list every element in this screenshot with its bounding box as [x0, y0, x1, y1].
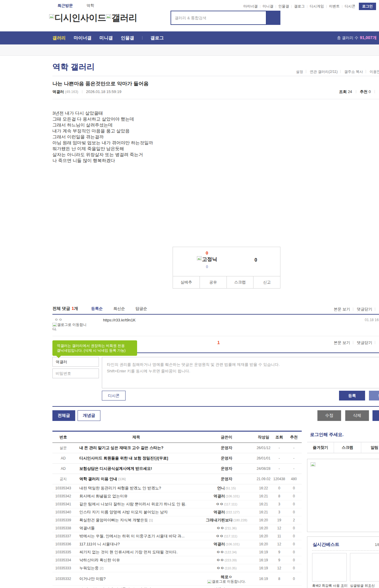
sort-reply[interactable]: 답글순	[136, 306, 147, 311]
comment-submit-button-secondary[interactable]: 등록	[369, 391, 379, 400]
nav-gallog[interactable]: 갤로그	[150, 35, 164, 41]
breadcrumb-current[interactable]: 역학	[86, 3, 94, 8]
copy-gallery-url-link[interactable]: 갤주소 복사	[344, 70, 363, 74]
tab-notifications[interactable]: 알림	[361, 442, 379, 453]
row-writer: 역갤러	[213, 494, 225, 498]
gallery-title[interactable]: 역학 갤러리	[52, 62, 95, 72]
topbar-link-minorgall[interactable]: 마이너갤	[243, 4, 258, 9]
row-comment-count: [136]	[118, 477, 126, 481]
row-title[interactable]: 누워있는중	[79, 566, 99, 570]
view-post-link[interactable]: 본문 보기	[334, 307, 350, 311]
broken-image-icon	[197, 256, 202, 260]
topbar-link-event[interactable]: 이벤트	[329, 4, 340, 9]
table-header-row: 번호 제목 글쓴이 작성일 조회 추천	[52, 432, 302, 443]
row-title[interactable]: 내 돈 관리 맡기고 싶은 재태크 고수 같은 스타는?	[79, 446, 163, 450]
topbar-link-minigall[interactable]: 미니갤	[263, 4, 273, 9]
comment-date: 01.18 16:21	[365, 318, 379, 322]
dccon-button[interactable]: 디시콘	[102, 391, 126, 400]
delete-button[interactable]: 삭제	[345, 410, 369, 421]
tab-favorites[interactable]: 즐겨찾기	[307, 442, 334, 453]
nav-persongall[interactable]: 인물갤	[121, 35, 134, 41]
best-item-title[interactable]: 싱글벙글 위조신	[350, 584, 379, 588]
row-title[interactable]: 보험상담은 디시공식설계사에게 받으세요!	[79, 466, 152, 471]
view-post-link[interactable]: 본문 보기	[334, 340, 350, 345]
comment-nickname-input[interactable]	[52, 357, 99, 367]
topbar-link-gallog[interactable]: 갤로그	[294, 4, 305, 9]
post-date: 2026.01.18 15:59:19	[86, 89, 121, 94]
share-button[interactable]: 공유	[200, 276, 227, 288]
concept-posts-button[interactable]: 개념글	[78, 410, 100, 421]
comment-submit-button[interactable]: 등록	[339, 391, 365, 400]
realtime-best-pager[interactable]: 1/8	[375, 543, 379, 547]
tab-scrap[interactable]: 스크랩	[334, 442, 361, 453]
row-writer[interactable]: 헤로ㅇ	[221, 575, 232, 579]
divider	[52, 99, 379, 99]
comment-notice-line: 타인의 권리를 침해하거나 명예를 훼손하는 댓글은 운영원칙 및 관련 법률에…	[107, 361, 379, 368]
close-comments-link[interactable]: 댓글닫기	[357, 307, 372, 311]
nav-gallery[interactable]: 갤러리	[52, 35, 66, 41]
related-gallery-link[interactable]: 연관 갤러리(2/11)	[310, 70, 338, 74]
write-button[interactable]: 글쓰기	[372, 410, 379, 421]
row-title[interactable]: 같은 팀에서 나보다 잘하는 사람 뿐이라서 위로가 하나도 안 됨.	[79, 502, 186, 506]
comments-page-1[interactable]: 1	[216, 340, 221, 345]
fixed-nick-label: 고정닉	[202, 256, 217, 263]
recommend-value: 0	[369, 89, 371, 94]
close-comments-link[interactable]: 댓글닫기	[357, 340, 372, 345]
site-logo[interactable]: 디시인사이드 갤러리	[49, 12, 137, 24]
row-title[interactable]: 이거나만 이럼?	[79, 576, 106, 581]
post-author[interactable]: 역갤러	[52, 89, 64, 94]
table-row: 10335331 이 사주 부모가 인생,결림돌인 이유가 뭘까? 역갤러(21…	[52, 586, 302, 588]
topbar-link-persongall[interactable]: 인물갤	[278, 4, 289, 9]
comment-textarea[interactable]: 타인의 권리를 침해하거나 명예를 훼손하는 댓글은 운영원칙 및 관련 법률에…	[102, 357, 379, 388]
best-item-title[interactable]: 흑백2 최강록 사용 조미	[312, 584, 349, 588]
post-body-line: 뭐가됐든 난 이제 죽을일만 남은듯해	[52, 146, 153, 152]
nav-minorgall[interactable]: 마이너갤	[74, 35, 91, 41]
main-nav: 갤러리 마이너갤 미니갤 인물갤 갤로그 총 갤러리 수 91,007개	[0, 31, 379, 44]
comment-gallog-link[interactable]: 갤로그로 이동합니다.	[52, 323, 89, 331]
best-item-thumbnail[interactable]	[350, 553, 379, 581]
scrap-button[interactable]: 스크랩	[227, 276, 253, 288]
recommend-label: 추천	[360, 89, 367, 94]
topbar-link-dcgame[interactable]: 디시게임	[310, 4, 324, 9]
usage-guide-link[interactable]: 이용안내	[370, 70, 379, 74]
row-title[interactable]: 싸가지 없는 것이 현 인류사에서 가장 먼저 도태될 것이다.	[79, 550, 178, 554]
best-item-thumbnail[interactable]	[312, 553, 347, 581]
row-writer-gallog[interactable]: 갤로그로 이동합니다.	[198, 580, 255, 584]
search-input[interactable]	[171, 11, 266, 25]
login-button[interactable]: 로그인	[359, 3, 376, 10]
row-title[interactable]: 역갤녀들	[79, 526, 95, 530]
tooltip-arrow	[56, 356, 61, 358]
row-title[interactable]: 확실한건 울엄마아빠는 자식복 개빻은듯	[79, 518, 148, 522]
row-title[interactable]: 인스타 자기 이름 양옆에 샤방 이모지 붙어있는 남자	[79, 510, 168, 514]
edit-button[interactable]: 수정	[317, 410, 341, 421]
gallery-settings-link[interactable]: 설정	[296, 70, 303, 74]
row-title[interactable]: 회사에서 화낼필요 없는이유	[79, 494, 128, 498]
row-title[interactable]: 117.111아 니 서울대냐?	[79, 542, 120, 546]
row-title[interactable]: 역학 갤러리 이용 안내	[79, 477, 117, 481]
all-posts-button[interactable]: 전체글	[52, 410, 75, 421]
post-title: 나는 나쁜마음 품은것만으로 악마가 들어옴	[52, 80, 149, 87]
row-title[interactable]: 내란 택일한 동관리가 쌰형을 받겠노 안 받겠노?	[79, 486, 161, 490]
search-button[interactable]	[266, 11, 280, 25]
divider	[52, 76, 379, 76]
comment-password-input[interactable]	[52, 368, 99, 378]
sidebar-ad-box[interactable]	[307, 459, 379, 532]
row-title[interactable]: 낙하산이라 확신한 이유	[79, 558, 120, 562]
row-title[interactable]: 디시인사이드 회원들을 위한 내 보험 정밀진단[무료]	[79, 456, 168, 460]
table-row: 10335336 117.111아 니 서울대냐? 역갤러(106.101) 1…	[52, 540, 302, 548]
report-button[interactable]: 신고	[253, 276, 280, 288]
topbar-link-dccon[interactable]: 디시콘	[345, 4, 355, 9]
table-row: 10335343 내란 택일한 동관리가 쌰형을 받겠노 안 받겠노? 언니(5…	[52, 484, 302, 492]
sort-registered[interactable]: 등록순	[91, 306, 103, 311]
comments-top-links: 본문 보기 댓글닫기 새로고침	[334, 307, 379, 312]
divider	[52, 336, 379, 336]
silbechu-button[interactable]: 실베추	[173, 276, 200, 288]
upvote-button[interactable]: 고정닉	[182, 256, 232, 263]
comment-author[interactable]: ㅇㅇ	[54, 317, 63, 322]
breadcrumb-recent-visit[interactable]: 최근방문	[57, 3, 73, 8]
row-writer: ㅇㅇ	[216, 534, 224, 538]
table-row: AD 디시인사이드 회원들을 위한 내 보험 정밀진단[무료] 운영자 26/0…	[52, 453, 302, 464]
nav-minigall[interactable]: 미니갤	[99, 35, 113, 41]
sort-newest[interactable]: 최신순	[113, 306, 125, 311]
row-title[interactable]: 밖에서는 우월, 안에서는 하위 이 이중구조가 서울대 바닥 과...	[79, 534, 184, 538]
